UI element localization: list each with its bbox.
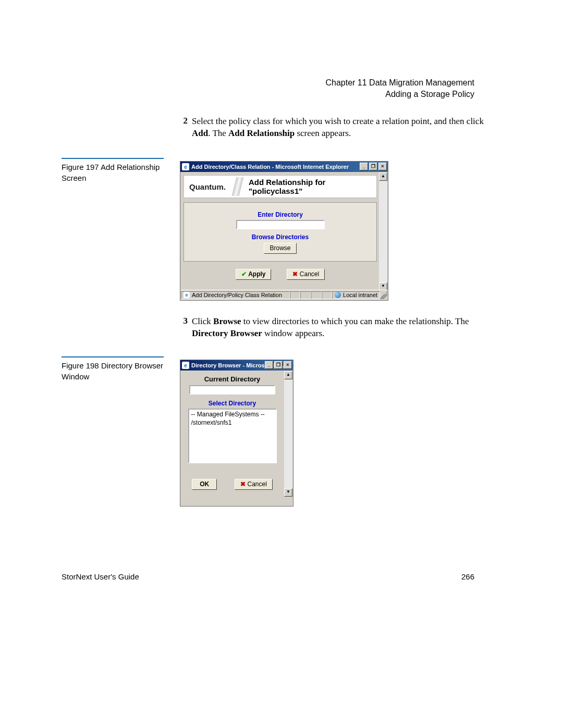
add-relationship-window: e Add Directory/Class Relation - Microso… xyxy=(180,161,388,301)
minimize-button[interactable]: _ xyxy=(360,163,368,170)
minimize-button[interactable]: _ xyxy=(265,361,273,369)
banner: Quantum. Add Relationship for "policycla… xyxy=(183,175,377,198)
zone-icon xyxy=(335,292,341,298)
figure-197-caption: Figure 197 Add Relationship Screen xyxy=(62,162,166,183)
ie-logo-icon: e xyxy=(182,163,189,170)
status-zone: Local intranet xyxy=(332,291,380,299)
window-controls: _ ❐ × xyxy=(265,361,292,369)
ie-logo-icon: e xyxy=(182,362,189,369)
footer-guide: StorNext User's Guide xyxy=(62,572,139,581)
form-panel: Enter Directory Browse Directories Brows… xyxy=(183,202,377,262)
apply-button[interactable]: ✔ Apply xyxy=(236,269,272,280)
restore-button[interactable]: ❐ xyxy=(369,163,377,170)
banner-divider xyxy=(231,177,243,196)
cancel-button[interactable]: ✖ Cancel xyxy=(235,479,273,490)
ok-button[interactable]: OK xyxy=(192,479,217,490)
status-seg-4 xyxy=(322,291,332,299)
close-button[interactable]: × xyxy=(284,361,292,369)
x-icon: ✖ xyxy=(292,270,298,278)
step-number: 3 xyxy=(177,316,188,326)
action-buttons: ✔ Apply ✖ Cancel xyxy=(183,269,377,280)
action-buttons: OK ✖ Cancel xyxy=(182,479,283,490)
page-number: 266 xyxy=(461,572,474,581)
select-directory-label: Select Directory xyxy=(182,400,283,407)
quantum-logo: Quantum. xyxy=(189,182,226,191)
list-item[interactable]: -- Managed FileSystems -- xyxy=(191,411,274,419)
running-header: Chapter 11 Data Migration Management Add… xyxy=(326,78,475,99)
caption-rule xyxy=(62,158,164,159)
status-bar: e Add Directory/Policy Class Relation Lo… xyxy=(181,290,387,300)
window-title: Add Directory/Class Relation - Microsoft… xyxy=(191,164,349,170)
window-titlebar: e Add Directory/Class Relation - Microso… xyxy=(180,162,388,172)
figure-198-caption: Figure 198 Directory Browser Window xyxy=(62,360,166,382)
chapter-line: Chapter 11 Data Migration Management xyxy=(326,78,475,88)
status-seg-1 xyxy=(290,291,300,299)
directory-browser-window: e Directory Browser - Microsoft Int... _… xyxy=(180,360,293,507)
directory-input[interactable] xyxy=(236,220,325,229)
section-line: Adding a Storage Policy xyxy=(326,90,475,99)
list-item[interactable]: /stornext/snfs1 xyxy=(191,419,274,427)
browse-directories-label: Browse Directories xyxy=(184,233,376,241)
close-button[interactable]: × xyxy=(378,163,387,170)
step-number: 2 xyxy=(177,116,188,126)
window-titlebar: e Directory Browser - Microsoft Int... _… xyxy=(180,360,293,371)
restore-button[interactable]: ❐ xyxy=(274,361,283,369)
status-seg-2 xyxy=(300,291,311,299)
directory-listbox[interactable]: -- Managed FileSystems -- /stornext/snfs… xyxy=(188,409,277,463)
step-2: 2 Select the policy class for which you … xyxy=(177,116,484,140)
status-seg-3 xyxy=(311,291,321,299)
ie-icon: e xyxy=(183,292,190,298)
window-controls: _ ❐ × xyxy=(360,163,387,170)
browse-button[interactable]: Browse xyxy=(264,243,296,254)
x-icon: ✖ xyxy=(240,480,246,488)
cancel-button[interactable]: ✖ Cancel xyxy=(287,269,325,280)
current-directory-heading: Current Directory xyxy=(182,375,283,383)
step-text: Select the policy class for which you wi… xyxy=(192,116,484,140)
current-directory-input[interactable] xyxy=(189,385,275,394)
resize-grip-icon[interactable] xyxy=(380,291,387,299)
step-text: Click Browse to view directories to whic… xyxy=(192,316,484,340)
step-3: 3 Click Browse to view directories to wh… xyxy=(177,316,484,340)
banner-title: Add Relationship for "policyclass1" xyxy=(249,178,371,195)
enter-directory-label: Enter Directory xyxy=(184,211,376,218)
status-address: e Add Directory/Policy Class Relation xyxy=(181,291,290,299)
caption-rule xyxy=(62,356,164,357)
check-icon: ✔ xyxy=(241,270,247,278)
